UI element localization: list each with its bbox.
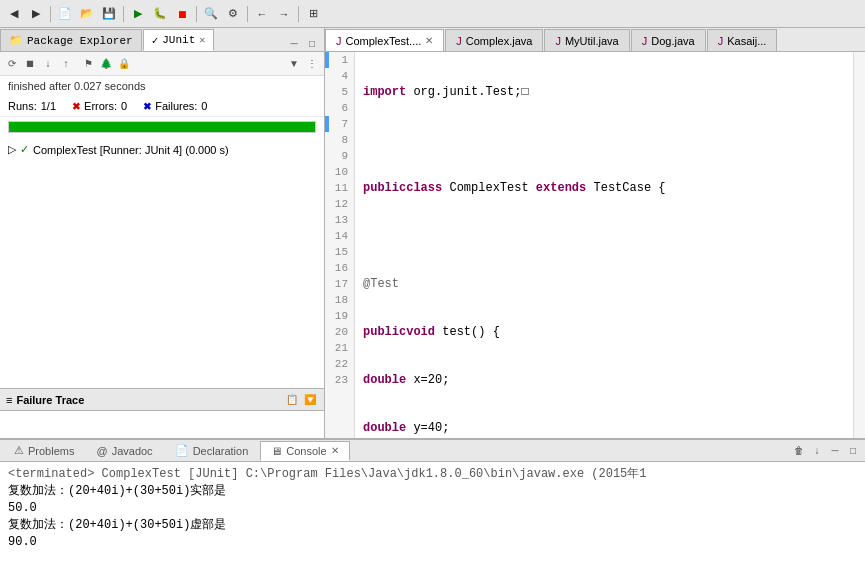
line-indicator-1 <box>325 52 329 68</box>
javadoc-icon: @ <box>96 445 107 457</box>
runs-value: 1/1 <box>41 100 56 112</box>
java-file-icon-3: J <box>555 35 561 47</box>
kw-double-2: double <box>363 420 406 436</box>
tab-declaration[interactable]: 📄 Declaration <box>165 441 259 461</box>
ln-4: 4 <box>331 68 348 84</box>
console-clear-btn[interactable]: 🗑 <box>791 443 807 459</box>
editor-tab-complextest[interactable]: J ComplexTest.... ✕ <box>325 29 444 51</box>
tab-javadoc[interactable]: @ Javadoc <box>86 441 162 461</box>
ln-1: 1 <box>331 52 348 68</box>
junit-view-menu-btn[interactable]: ▼ <box>286 56 302 72</box>
junit-more-btn[interactable]: ⋮ <box>304 56 320 72</box>
minimize-panel-btn[interactable]: ─ <box>286 35 302 51</box>
errors-value: 0 <box>121 100 127 112</box>
tab-declaration-label: Declaration <box>193 445 249 457</box>
toolbar-btn-new[interactable]: 📄 <box>55 4 75 24</box>
editor-tab-kasai[interactable]: J Kasaij... <box>707 29 778 51</box>
tab-console[interactable]: 🖥 Console ✕ <box>260 441 349 461</box>
editor-tab-myutil-label: MyUtil.java <box>565 35 619 47</box>
tab-console-label: Console <box>286 445 326 457</box>
code-line-1: import org.junit.Test;□ <box>363 84 845 100</box>
tab-problems[interactable]: ⚠ Problems <box>4 441 84 461</box>
editor-scrollbar[interactable] <box>853 52 865 438</box>
toolbar-btn-run[interactable]: ▶ <box>128 4 148 24</box>
failures-icon: ✖ <box>143 101 151 112</box>
junit-stats: Runs: 1/1 ✖ Errors: 0 ✖ Failures: 0 <box>0 96 324 117</box>
test-item-label: ComplexTest [Runner: JUnit 4] (0.000 s) <box>33 144 229 156</box>
ln-11: 11 <box>331 180 348 196</box>
console-scroll-btn[interactable]: ↓ <box>809 443 825 459</box>
code-area[interactable]: 1 4 5 6 7 8 9 10 11 12 13 14 15 <box>325 52 865 438</box>
toolbar-btn-debug[interactable]: 🐛 <box>150 4 170 24</box>
tab-console-close[interactable]: ✕ <box>331 445 339 456</box>
failures-value: 0 <box>201 100 207 112</box>
annotation-test: @Test <box>363 276 399 292</box>
toolbar-btn-next[interactable]: → <box>274 4 294 24</box>
console-output-area: <terminated> ComplexTest [JUnit] C:\Prog… <box>0 462 865 573</box>
junit-stop-btn[interactable]: ⏹ <box>22 56 38 72</box>
junit-panel-toolbar: ⟳ ⏹ ↓ ↑ ⚑ 🌲 🔒 ▼ ⋮ <box>0 52 324 76</box>
console-output-line-3: 复数加法：(20+40i)+(30+50i)虚部是 <box>8 517 857 534</box>
junit-rerun-btn[interactable]: ⟳ <box>4 56 20 72</box>
toolbar-sep-1 <box>50 6 51 22</box>
ln-17: 17 <box>331 276 348 292</box>
package-explorer-icon: 📁 <box>9 34 23 47</box>
kw-double-1: double <box>363 372 406 388</box>
code-line-5: public class ComplexTest extends TestCas… <box>363 180 845 196</box>
console-minimize-btn[interactable]: ─ <box>827 443 843 459</box>
toolbar-btn-stop[interactable]: ⏹ <box>172 4 192 24</box>
tab-junit[interactable]: ✓ JUnit ✕ <box>143 29 215 51</box>
editor-tab-myutil[interactable]: J MyUtil.java <box>544 29 629 51</box>
editor-tab-dog-label: Dog.java <box>651 35 694 47</box>
console-output-line-4: 90.0 <box>8 534 857 551</box>
junit-next-fail-btn[interactable]: ↓ <box>40 56 56 72</box>
code-line-4 <box>363 132 845 148</box>
console-icon: 🖥 <box>271 445 282 457</box>
junit-prev-fail-btn[interactable]: ↑ <box>58 56 74 72</box>
failure-trace-header: ≡ Failure Trace 📋 🔽 <box>0 389 324 411</box>
junit-status-text: finished after 0.027 seconds <box>8 80 146 92</box>
failure-trace-filter-btn[interactable]: 🔽 <box>302 392 318 408</box>
tab-javadoc-label: Javadoc <box>112 445 153 457</box>
editor-tab-complextest-close[interactable]: ✕ <box>425 35 433 46</box>
ln-14: 14 <box>331 228 348 244</box>
console-maximize-btn[interactable]: □ <box>845 443 861 459</box>
junit-lock-btn[interactable]: 🔒 <box>116 56 132 72</box>
tab-problems-label: Problems <box>28 445 74 457</box>
editor-tab-dog[interactable]: J Dog.java <box>631 29 706 51</box>
tab-package-explorer-label: Package Explorer <box>27 35 133 47</box>
ln-10: 10 <box>331 164 348 180</box>
console-output-line-2: 50.0 <box>8 500 857 517</box>
tab-controls: ─ □ <box>286 35 324 51</box>
code-line-10: double y=40; <box>363 420 845 436</box>
toolbar-btn-fwd[interactable]: ▶ <box>26 4 46 24</box>
toolbar-btn-perspective[interactable]: ⊞ <box>303 4 323 24</box>
failure-trace-panel: ≡ Failure Trace 📋 🔽 <box>0 388 324 438</box>
left-panel: 📁 Package Explorer ✓ JUnit ✕ ─ □ ⟳ ⏹ ↓ ↑ <box>0 28 325 438</box>
tab-package-explorer[interactable]: 📁 Package Explorer <box>0 29 142 51</box>
ln-9: 9 <box>331 148 348 164</box>
ln-12: 12 <box>331 196 348 212</box>
kw-import: import <box>363 84 406 100</box>
toolbar-btn-save[interactable]: 💾 <box>99 4 119 24</box>
toolbar-btn-refactor[interactable]: ⚙ <box>223 4 243 24</box>
maximize-panel-btn[interactable]: □ <box>304 35 320 51</box>
failure-trace-copy-btn[interactable]: 📋 <box>284 392 300 408</box>
tree-expand-icon: ▷ <box>8 143 16 156</box>
junit-show-errors-btn[interactable]: ⚑ <box>80 56 96 72</box>
bottom-tab-bar: ⚠ Problems @ Javadoc 📄 Declaration 🖥 Con… <box>0 440 865 462</box>
junit-show-tree-btn[interactable]: 🌲 <box>98 56 114 72</box>
junit-test-tree[interactable]: ▷ ✓ ComplexTest [Runner: JUnit 4] (0.000… <box>0 137 324 388</box>
toolbar-btn-search[interactable]: 🔍 <box>201 4 221 24</box>
tab-junit-close[interactable]: ✕ <box>199 34 205 46</box>
code-content[interactable]: import org.junit.Test;□ public class Com… <box>355 52 853 438</box>
toolbar-btn-open[interactable]: 📂 <box>77 4 97 24</box>
editor-tab-complex[interactable]: J Complex.java <box>445 29 543 51</box>
test-tree-item-complex[interactable]: ▷ ✓ ComplexTest [Runner: JUnit 4] (0.000… <box>4 141 320 158</box>
content-area: 📁 Package Explorer ✓ JUnit ✕ ─ □ ⟳ ⏹ ↓ ↑ <box>0 28 865 438</box>
toolbar-btn-prev[interactable]: ← <box>252 4 272 24</box>
java-file-icon-5: J <box>718 35 724 47</box>
ln-15: 15 <box>331 244 348 260</box>
java-file-icon-1: J <box>336 35 342 47</box>
toolbar-btn-back[interactable]: ◀ <box>4 4 24 24</box>
